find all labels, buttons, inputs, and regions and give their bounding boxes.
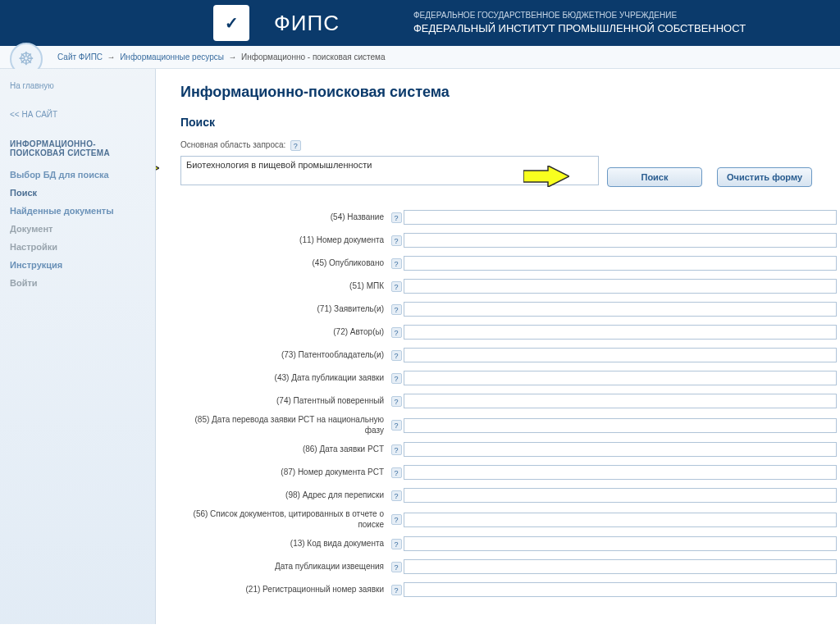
field-input[interactable] <box>404 582 837 597</box>
sidebar-item-search[interactable]: Поиск <box>0 184 155 202</box>
field-input[interactable] <box>404 488 837 503</box>
field-input[interactable] <box>404 302 837 317</box>
sidebar-item-found-docs[interactable]: Найденные документы <box>0 202 155 220</box>
help-icon[interactable]: ? <box>391 514 402 525</box>
field-input[interactable] <box>404 256 837 271</box>
form-row: (54) Название? <box>180 208 840 226</box>
help-icon[interactable]: ? <box>391 396 402 407</box>
field-input[interactable] <box>404 465 837 480</box>
field-label: (86) Дата заявки PCT <box>180 444 389 455</box>
field-label: (51) МПК <box>180 281 389 292</box>
field-input[interactable] <box>404 536 837 551</box>
site-header: ✓ ФИПС ФЕДЕРАЛЬНОЕ ГОСУДАРСТВЕННОЕ БЮДЖЕ… <box>0 0 840 46</box>
main-content: Информационно-поисковая система Поиск Ос… <box>156 69 840 624</box>
help-icon[interactable]: ? <box>391 281 402 292</box>
help-icon[interactable]: ? <box>391 212 402 223</box>
field-input[interactable] <box>404 559 837 574</box>
field-label: (74) Патентный поверенный <box>180 396 389 407</box>
field-label: (11) Номер документа <box>180 235 389 246</box>
help-icon[interactable]: ? <box>391 304 402 315</box>
field-input[interactable] <box>404 325 837 340</box>
help-icon[interactable]: ? <box>290 140 301 151</box>
form-row: (87) Номер документа PCT? <box>180 463 840 481</box>
header-line1: ФЕДЕРАЛЬНОЕ ГОСУДАРСТВЕННОЕ БЮДЖЕТНОЕ УЧ… <box>413 10 746 21</box>
help-icon[interactable]: ? <box>391 490 402 501</box>
field-label: (13) Код вида документа <box>180 539 389 549</box>
help-icon[interactable]: ? <box>391 562 402 572</box>
field-label: Дата публикации извещения <box>180 562 389 572</box>
form-row: (85) Дата перевода заявки PCT на национа… <box>180 415 840 435</box>
main-query-input[interactable] <box>180 156 599 185</box>
clear-form-button[interactable]: Очистить форму <box>717 167 812 187</box>
sidebar-item-document[interactable]: Документ <box>0 220 155 238</box>
field-input[interactable] <box>404 442 837 457</box>
field-label: (56) Список документов, цитированных в о… <box>180 509 389 530</box>
help-icon[interactable]: ? <box>391 350 402 361</box>
help-icon[interactable]: ? <box>391 373 402 384</box>
field-label: (21) Регистрационный номер заявки <box>180 585 389 595</box>
form-row: (86) Дата заявки PCT? <box>180 440 840 458</box>
help-icon[interactable]: ? <box>391 235 402 246</box>
field-input[interactable] <box>404 210 837 225</box>
sidebar-section-header: ИНФОРМАЦИОННО-ПОИСКОВАЯ СИСТЕМА <box>0 134 155 162</box>
form-row: (45) Опубликовано? <box>180 254 840 272</box>
field-label: (87) Номер документа PCT <box>180 467 389 478</box>
main-query-label: Основная область запроса: ? <box>180 140 840 151</box>
header-title: ФИПС <box>274 11 340 36</box>
annotation-arrow-icon <box>156 157 159 179</box>
field-label: (85) Дата перевода заявки PCT на национа… <box>180 415 389 435</box>
field-input[interactable] <box>404 513 837 527</box>
form-row: (72) Автор(ы)? <box>180 323 840 341</box>
breadcrumb-site[interactable]: Сайт ФИПС <box>57 52 103 62</box>
form-row: (11) Номер документа? <box>180 231 840 249</box>
form-row: (74) Патентный поверенный? <box>180 392 840 410</box>
field-label: (71) Заявитель(и) <box>180 304 389 315</box>
help-icon[interactable]: ? <box>391 585 402 595</box>
form-row: (21) Регистрационный номер заявки? <box>180 581 840 599</box>
field-input[interactable] <box>404 394 837 408</box>
field-label: (98) Адрес для переписки <box>180 490 389 501</box>
page-title: Информационно-поисковая система <box>180 84 840 101</box>
field-label: (54) Название <box>180 212 389 223</box>
field-input[interactable] <box>404 371 837 385</box>
field-input[interactable] <box>404 418 837 433</box>
form-row: Дата публикации извещения? <box>180 558 840 576</box>
breadcrumb: ☸ Сайт ФИПС → Информационные ресурсы → И… <box>0 46 840 69</box>
sidebar: На главную << НА САЙТ ИНФОРМАЦИОННО-ПОИС… <box>0 69 156 624</box>
help-icon[interactable]: ? <box>391 327 402 338</box>
header-subtitle: ФЕДЕРАЛЬНОЕ ГОСУДАРСТВЕННОЕ БЮДЖЕТНОЕ УЧ… <box>413 10 746 36</box>
help-icon[interactable]: ? <box>391 467 402 478</box>
sidebar-back-link[interactable]: << НА САЙТ <box>0 106 155 123</box>
help-icon[interactable]: ? <box>391 444 402 455</box>
form-row: (51) МПК? <box>180 277 840 295</box>
form-row: (43) Дата публикации заявки? <box>180 369 840 387</box>
breadcrumb-resources[interactable]: Информационные ресурсы <box>120 52 224 62</box>
svg-marker-0 <box>156 157 159 179</box>
form-row: (73) Патентообладатель(и)? <box>180 346 840 364</box>
header-line2: ФЕДЕРАЛЬНЫЙ ИНСТИТУТ ПРОМЫШЛЕННОЙ СОБСТВ… <box>413 21 746 36</box>
help-icon[interactable]: ? <box>391 420 402 431</box>
field-input[interactable] <box>404 279 837 294</box>
field-label: (73) Патентообладатель(и) <box>180 350 389 361</box>
form-row: (71) Заявитель(и)? <box>180 300 840 318</box>
sidebar-item-login[interactable]: Войти <box>0 274 155 292</box>
search-heading: Поиск <box>180 116 840 129</box>
sidebar-item-settings[interactable]: Настройки <box>0 238 155 256</box>
breadcrumb-current: Информационно - поисковая система <box>241 52 385 62</box>
field-input[interactable] <box>404 348 837 362</box>
field-label: (72) Автор(ы) <box>180 327 389 338</box>
sidebar-item-instruction[interactable]: Инструкция <box>0 256 155 274</box>
form-row: (98) Адрес для переписки? <box>180 486 840 504</box>
field-input[interactable] <box>404 233 837 248</box>
help-icon[interactable]: ? <box>391 258 402 269</box>
sidebar-home-link[interactable]: На главную <box>0 77 155 94</box>
field-label: (45) Опубликовано <box>180 258 389 269</box>
fips-logo: ✓ <box>213 5 249 41</box>
form-row: (13) Код вида документа? <box>180 535 840 553</box>
field-label: (43) Дата публикации заявки <box>180 373 389 384</box>
help-icon[interactable]: ? <box>391 539 402 549</box>
search-button[interactable]: Поиск <box>607 167 702 187</box>
form-row: (56) Список документов, цитированных в о… <box>180 509 840 530</box>
sidebar-item-select-db[interactable]: Выбор БД для поиска <box>0 166 155 184</box>
